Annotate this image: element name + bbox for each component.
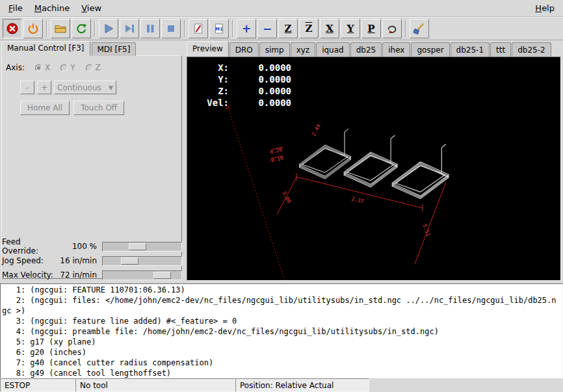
jog-speed-slider[interactable]	[102, 256, 182, 266]
machine-power-button[interactable]	[23, 19, 43, 38]
chevron-down-icon: ▼	[109, 85, 113, 91]
left-notebook-tabs: Manual Control [F3] MDI [F5]	[1, 42, 137, 56]
gcode-line[interactable]: 8: g49 (cancel tool lengthoffset)	[2, 368, 562, 378]
gcode-listing[interactable]: 1: (ngcgui: FEATURE 110701:06.36.13) 2: …	[0, 283, 563, 378]
readout-z-label: Z:	[195, 86, 229, 98]
gcode-line[interactable]: 2: (ngcgui: files: </home/john/emc2-dev/…	[2, 295, 562, 306]
open-file-button[interactable]	[51, 19, 70, 38]
menu-view[interactable]: View	[75, 1, 107, 16]
jog-plus-button[interactable]: +	[37, 81, 51, 94]
zoom-out-button[interactable]: −	[257, 19, 277, 38]
gcode-line[interactable]: 4: (ngcgui: preamble file: /home/john/em…	[2, 326, 562, 337]
preview-canvas[interactable]: 0.20 -0.10 3.00 2.37 5.51 2.44 X:0.0000 …	[187, 57, 561, 281]
optional-stop-icon: M1	[213, 22, 226, 35]
dimension-labels: 0.20 -0.10 3.00 2.37 5.51 2.44	[267, 124, 431, 237]
tab-manual-control[interactable]: Manual Control [F3]	[1, 41, 90, 56]
radio-circle-icon	[86, 64, 93, 72]
toolbar-separator	[405, 20, 406, 37]
axis-radio-y[interactable]: Y	[60, 63, 75, 72]
readout-vel-label: Vel:	[195, 98, 229, 109]
status-filler	[369, 378, 563, 392]
tab-ihex[interactable]: ihex	[382, 42, 410, 57]
optional-stop-toggle[interactable]: M1	[209, 19, 229, 38]
pause-button[interactable]	[140, 19, 160, 38]
step-button[interactable]	[120, 19, 139, 38]
broom-icon	[413, 22, 426, 35]
gcode-line[interactable]: 5: g17 (xy plane)	[2, 337, 562, 347]
gcode-line[interactable]: 1: (ngcgui: FEATURE 110701:06.36.13)	[2, 285, 562, 295]
max-velocity-label: Max Velocity:	[2, 270, 59, 280]
menu-machine[interactable]: Machine	[29, 1, 75, 16]
axis-x-label: X	[45, 63, 50, 72]
home-all-button[interactable]: Home All	[20, 101, 70, 115]
tab-iquad[interactable]: iquad	[316, 42, 350, 57]
readout-y-value: 0.0000	[229, 74, 291, 86]
main-area: Manual Control [F3] MDI [F5] Axis: X Y Z	[0, 40, 563, 283]
axis-z-label: Z	[96, 63, 101, 72]
stop-button[interactable]	[161, 19, 181, 38]
jog-speed-label: Jog Speed:	[2, 256, 59, 265]
view-front-button[interactable]: Y	[341, 19, 360, 38]
view-rotated-top-icon: Z	[306, 24, 313, 34]
jog-mode-dropdown[interactable]: Continuous ▼	[54, 81, 116, 94]
jog-mode-value: Continuous	[57, 83, 101, 92]
jog-speed-row: Jog Speed: 16 in/min	[0, 254, 184, 268]
slider-thumb[interactable]	[153, 272, 171, 279]
axis-radio-z[interactable]: Z	[86, 63, 101, 72]
svg-text:3.00: 3.00	[281, 190, 292, 204]
clear-plot-button[interactable]	[410, 19, 429, 38]
gcode-line[interactable]: 6: g20 (inches)	[2, 347, 562, 358]
zoom-in-button[interactable]: +	[237, 19, 256, 38]
menu-file[interactable]: File	[3, 1, 29, 16]
feed-override-slider[interactable]	[102, 242, 182, 252]
max-velocity-slider[interactable]	[102, 270, 182, 280]
view-rotated-top-button[interactable]: Z	[299, 19, 319, 38]
svg-text:M1: M1	[215, 27, 223, 32]
toolbar-separator	[184, 20, 185, 37]
menubar: File Machine View Help	[0, 0, 563, 17]
status-position-mode: Position: Relative Actual	[235, 378, 369, 392]
estop-icon	[6, 22, 19, 35]
menu-help[interactable]: Help	[529, 1, 560, 16]
slider-thumb[interactable]	[121, 257, 138, 265]
position-readout: X:0.0000 Y:0.0000 Z:0.0000 Vel:0.0000	[195, 62, 291, 109]
block-delete-toggle[interactable]	[189, 19, 208, 38]
step-icon	[123, 22, 136, 35]
reload-file-button[interactable]	[72, 19, 91, 38]
status-machine-state: ESTOP	[0, 378, 75, 392]
rotate-view-button[interactable]	[382, 19, 402, 38]
toolbar-separator	[94, 20, 96, 37]
limit-line	[228, 107, 285, 280]
tab-db25-1[interactable]: db25-1	[451, 42, 490, 57]
slider-thumb[interactable]	[129, 243, 146, 250]
power-icon	[27, 22, 40, 35]
zoom-in-icon: +	[242, 23, 251, 34]
tab-preview[interactable]: Preview	[187, 41, 229, 57]
gcode-line[interactable]: gc >)	[2, 306, 562, 316]
axis-radio-x[interactable]: X	[35, 63, 50, 72]
view-top-icon: Z	[285, 24, 292, 34]
readout-vel-value: 0.0000	[229, 98, 291, 109]
tab-ttt[interactable]: ttt	[490, 42, 511, 57]
axis-y-label: Y	[70, 63, 75, 72]
tab-xyz[interactable]: xyz	[291, 42, 316, 57]
tab-mdi[interactable]: MDI [F5]	[92, 42, 137, 56]
view-top-button[interactable]: Z	[278, 19, 298, 38]
view-side-button[interactable]: X	[320, 19, 339, 38]
tab-simp[interactable]: simp	[259, 42, 290, 57]
feed-override-row: Feed Override: 100 %	[0, 239, 184, 254]
readout-x-value: 0.0000	[229, 62, 291, 74]
run-button[interactable]	[99, 19, 118, 38]
tab-gosper[interactable]: gosper	[411, 42, 449, 57]
jog-minus-button[interactable]: -	[20, 81, 34, 94]
gcode-line[interactable]: 7: g40 (cancel cutter radius compensatio…	[2, 358, 562, 368]
axis-window: File Machine View Help	[0, 0, 563, 392]
estop-button[interactable]	[3, 19, 22, 38]
tab-db25[interactable]: db25	[350, 42, 382, 57]
touch-off-button[interactable]: Touch Off	[73, 101, 124, 115]
view-perspective-button[interactable]: P	[361, 19, 381, 38]
gcode-line[interactable]: 3: (ngcgui: feature line added) #<_featu…	[2, 316, 562, 326]
tab-db25-2[interactable]: db25-2	[512, 42, 551, 57]
tab-dro[interactable]: DRO	[229, 42, 259, 57]
feed-override-label: Feed Override:	[2, 237, 59, 255]
